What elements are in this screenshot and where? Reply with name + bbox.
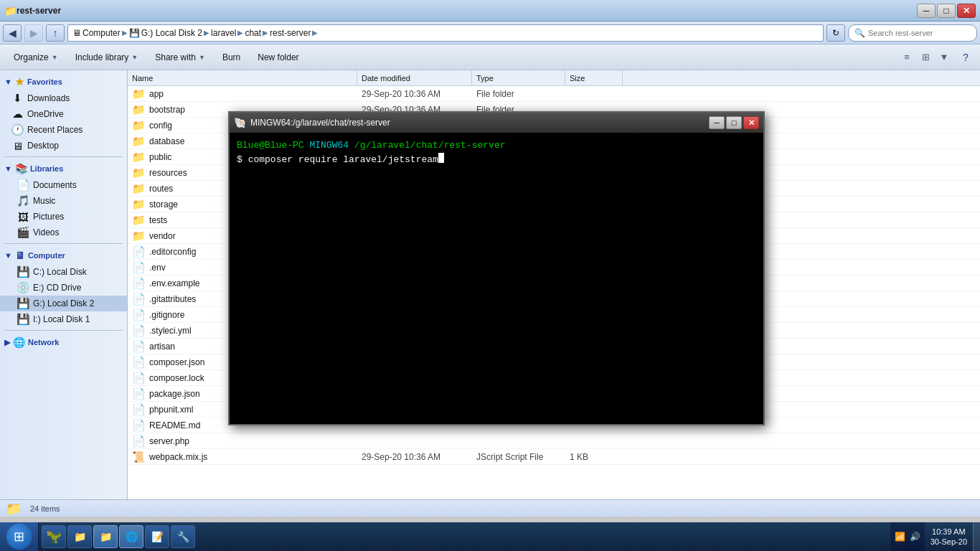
- sidebar-favorites-header[interactable]: ▼ ★ Favorites: [0, 73, 127, 90]
- terminal-minimize-button[interactable]: ─: [709, 116, 725, 129]
- drive-c-label: C:) Local Disk: [33, 267, 87, 277]
- search-input[interactable]: [868, 29, 969, 37]
- sidebar-item-downloads[interactable]: ⬇ Downloads: [0, 90, 127, 106]
- clock-time: 10:39 AM: [932, 527, 965, 537]
- forward-button[interactable]: ▶: [24, 24, 43, 42]
- help-button[interactable]: ?: [957, 49, 974, 66]
- file-icon: 📁: [132, 103, 146, 116]
- system-clock[interactable]: 10:39 AM 30-Sep-20: [925, 527, 973, 547]
- new-folder-button[interactable]: New folder: [250, 47, 306, 67]
- sidebar-computer-header[interactable]: ▼ 🖥 Computer: [0, 247, 127, 264]
- taskbar-item-file-manager[interactable]: 📁: [67, 525, 92, 548]
- col-header-size[interactable]: Size: [565, 70, 623, 85]
- sidebar-item-pictures[interactable]: 🖼 Pictures: [0, 209, 127, 225]
- burn-button[interactable]: Burn: [215, 47, 248, 67]
- terminal-prompt-symbol: $: [237, 153, 242, 167]
- titlebar-folder-icon: 📁: [4, 5, 17, 17]
- back-button[interactable]: ◀: [3, 24, 22, 42]
- organize-button[interactable]: Organize ▼: [6, 47, 66, 67]
- path-arrow-2: ▶: [204, 29, 209, 37]
- clock-date: 30-Sep-20: [930, 537, 967, 547]
- taskbar: ⊞ 🦖 📁 📁 🌐 📝 🔧 📶 🔊 10:39 AM 30-Sep-20: [0, 522, 980, 551]
- sidebar-item-music[interactable]: 🎵 Music: [0, 193, 127, 209]
- file-name: package.json: [149, 389, 200, 399]
- taskbar-item-sublime[interactable]: 📝: [145, 525, 169, 548]
- path-arrow-4: ▶: [263, 29, 268, 37]
- sidebar-network-header[interactable]: ▶ 🌐 Network: [0, 334, 127, 351]
- path-chat: chat: [245, 28, 261, 38]
- terminal-maximize-button[interactable]: □: [726, 116, 742, 129]
- show-desktop-button[interactable]: [973, 522, 980, 551]
- addressbar: ◀ ▶ ↑ 🖥 Computer ▶ 💾 G:) Local Disk 2 ▶ …: [0, 22, 980, 44]
- up-button[interactable]: ↑: [46, 24, 65, 42]
- file-name: .editorconfig: [149, 247, 196, 257]
- refresh-button[interactable]: ↻: [826, 24, 845, 42]
- xampp-icon: 🦖: [48, 531, 60, 542]
- sidebar-item-documents[interactable]: 📄 Documents: [0, 177, 127, 193]
- sidebar-item-local-disk-c[interactable]: 💾 C:) Local Disk: [0, 264, 127, 280]
- sidebar: ▼ ★ Favorites ⬇ Downloads ☁ OneDrive 🕐 R…: [0, 70, 128, 499]
- file-list-header: Name Date modified Type Size: [128, 70, 980, 86]
- terminal-body[interactable]: Blue@Blue-PC MINGW64 /g/laravel/chat/res…: [230, 133, 763, 424]
- computer-toggle: ▼: [4, 251, 12, 260]
- close-button[interactable]: ✕: [957, 4, 976, 18]
- sidebar-item-local-disk-i[interactable]: 💾 I:) Local Disk 1: [0, 311, 127, 327]
- col-header-name[interactable]: Name: [128, 70, 357, 85]
- view-tiles-button[interactable]: ⊞: [917, 49, 934, 66]
- file-icon: 📜: [132, 451, 146, 463]
- libraries-toggle: ▼: [4, 164, 12, 173]
- terminal-controls: ─ □ ✕: [709, 116, 759, 129]
- sidebar-item-cd-drive[interactable]: 💿 E:) CD Drive: [0, 280, 127, 296]
- chrome-icon: 🌐: [126, 531, 137, 542]
- file-name: .env: [149, 263, 166, 273]
- sidebar-divider-1: [4, 156, 123, 157]
- terminal-close-button[interactable]: ✕: [743, 116, 759, 129]
- start-button[interactable]: ⊞: [0, 522, 39, 551]
- libraries-icon: 📚: [15, 163, 27, 174]
- file-name: webpack.mix.js: [149, 452, 207, 462]
- include-library-button[interactable]: Include library ▼: [67, 47, 146, 67]
- file-item[interactable]: 📁 app 29-Sep-20 10:36 AM File folder: [128, 86, 980, 102]
- minimize-button[interactable]: ─: [917, 4, 936, 18]
- favorites-label: Favorites: [27, 77, 62, 86]
- new-folder-label: New folder: [258, 52, 298, 62]
- address-path[interactable]: 🖥 Computer ▶ 💾 G:) Local Disk 2 ▶ larave…: [67, 24, 824, 42]
- terminal-line-1: Blue@Blue-PC MINGW64 /g/laravel/chat/res…: [237, 138, 756, 153]
- view-dropdown-button[interactable]: ▼: [936, 49, 953, 66]
- burn-label: Burn: [222, 52, 240, 62]
- file-item[interactable]: 📄 server.php: [128, 433, 980, 449]
- file-name: storage: [149, 199, 178, 209]
- col-header-date[interactable]: Date modified: [357, 70, 472, 85]
- sidebar-item-local-disk-g[interactable]: 💾 G:) Local Disk 2: [0, 296, 127, 311]
- sidebar-item-videos[interactable]: 🎬 Videos: [0, 225, 127, 240]
- share-with-button[interactable]: Share with ▼: [147, 47, 213, 67]
- sublime-icon: 📝: [151, 531, 163, 542]
- view-details-button[interactable]: ≡: [898, 49, 915, 66]
- sidebar-libraries-section: ▼ 📚 Libraries 📄 Documents 🎵 Music 🖼 Pict…: [0, 160, 127, 240]
- sidebar-item-desktop[interactable]: 🖥 Desktop: [0, 138, 127, 154]
- terminal-titlebar: 🐚 MINGW64:/g/laravel/chat/rest-server ─ …: [230, 113, 763, 133]
- windows-logo: ⊞: [14, 529, 24, 545]
- taskbar-item-explorer[interactable]: 📁: [93, 525, 118, 548]
- sidebar-favorites-section: ▼ ★ Favorites ⬇ Downloads ☁ OneDrive 🕐 R…: [0, 73, 127, 154]
- recent-icon: 🕐: [11, 124, 23, 136]
- taskbar-item-xampp[interactable]: 🦖: [42, 525, 66, 548]
- file-icon: 📄: [132, 324, 146, 337]
- file-item[interactable]: 📜 webpack.mix.js 29-Sep-20 10:36 AM JScr…: [128, 449, 980, 465]
- file-cell-date: 29-Sep-20 10:36 AM: [357, 89, 472, 99]
- taskbar-item-other[interactable]: 🔧: [171, 525, 195, 548]
- drive-e-icon: 💿: [17, 282, 29, 293]
- search-box[interactable]: 🔍: [848, 24, 977, 42]
- computer-label: Computer: [28, 251, 65, 260]
- maximize-button[interactable]: □: [937, 4, 956, 18]
- downloads-icon: ⬇: [11, 93, 23, 104]
- desktop-icon: 🖥: [11, 140, 23, 151]
- col-header-type[interactable]: Type: [472, 70, 565, 85]
- file-name: composer.lock: [149, 373, 204, 383]
- taskbar-item-chrome[interactable]: 🌐: [119, 525, 143, 548]
- sidebar-item-onedrive[interactable]: ☁ OneDrive: [0, 106, 127, 122]
- sidebar-item-recent-places[interactable]: 🕐 Recent Places: [0, 122, 127, 138]
- terminal-tool: MINGW64: [309, 138, 349, 153]
- file-cell-name: 📄 server.php: [128, 435, 357, 448]
- sidebar-libraries-header[interactable]: ▼ 📚 Libraries: [0, 160, 127, 177]
